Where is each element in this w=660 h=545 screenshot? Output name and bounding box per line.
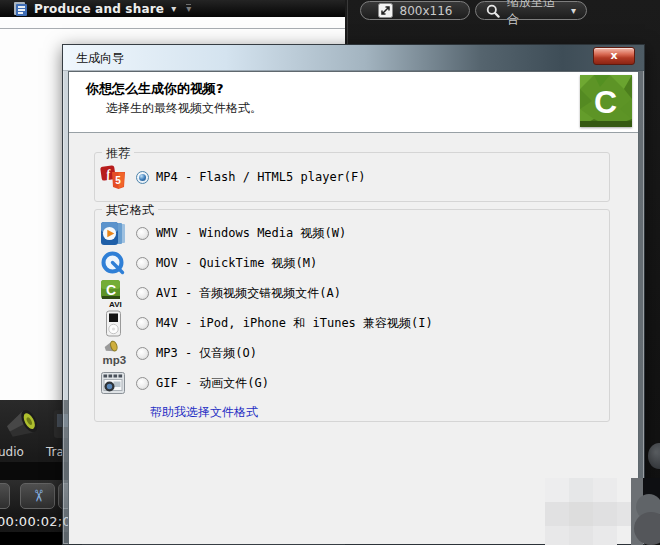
quicktime-icon [100, 250, 127, 277]
zoom-to-fit-label: 缩放至适合 [507, 0, 564, 28]
format-option-row: GIF - 动画文件(G) [95, 368, 609, 398]
produce-and-share-icon [12, 1, 28, 17]
format-radio[interactable] [136, 257, 149, 270]
format-radio[interactable] [136, 171, 149, 184]
dialog-heading: 你想怎么生成你的视频? [86, 80, 224, 98]
audio-speaker-icon[interactable] [2, 404, 48, 448]
close-x-icon: x [610, 49, 617, 62]
canvas-size-label: 800x116 [400, 4, 453, 18]
format-option-label[interactable]: MP3 - 仅音频(O) [156, 345, 257, 362]
svg-text:mp3: mp3 [103, 354, 127, 366]
zoom-dropdown-caret-icon[interactable]: ▾ [571, 5, 576, 16]
dialog-subheading: 选择生的最终视频文件格式。 [106, 100, 262, 117]
format-radio[interactable] [136, 377, 149, 390]
camtasia-logo-icon: C [580, 75, 632, 127]
dialog-client-area: 你想怎么生成你的视频? 选择生的最终视频文件格式。 C 推荐 f5MP4 - F… [68, 71, 639, 544]
produce-and-share-button[interactable]: Produce and share [34, 2, 164, 16]
format-radio[interactable] [136, 287, 149, 300]
format-option-row: f5MP4 - Flash / HTML5 player(F) [95, 162, 609, 192]
recommended-group-legend: 推荐 [102, 145, 134, 162]
panel-divider-line [0, 28, 345, 29]
gif-icon [100, 370, 127, 397]
avi-icon: CAVI [100, 280, 127, 307]
ipod-icon [100, 310, 127, 337]
windows-media-icon [100, 220, 127, 247]
canvas-size-button[interactable]: 800x116 [360, 1, 470, 20]
format-radio[interactable] [136, 347, 149, 360]
flash-html5-icon: f5 [100, 164, 127, 191]
close-button[interactable]: x [593, 47, 635, 65]
audio-tab-label[interactable]: udio [0, 445, 24, 459]
produce-dropdown-caret-icon[interactable]: ▾ [171, 3, 176, 14]
svg-text:5: 5 [115, 175, 121, 186]
camtasia-produce-screen: { "toolbar": { "produce_and_share_label"… [0, 0, 660, 545]
svg-text:C: C [106, 282, 116, 298]
zoom-to-fit-button[interactable]: 缩放至适合 ▾ [475, 1, 587, 20]
help-choose-format-link[interactable]: 帮助我选择文件格式 [150, 404, 258, 421]
recommended-group: 推荐 f5MP4 - Flash / HTML5 player(F) [94, 152, 610, 202]
scissors-icon: ✂ [26, 489, 50, 502]
dialog-title: 生成向导 [76, 45, 124, 71]
panel-divider [347, 0, 348, 44]
dialog-titlebar[interactable]: 生成向导 x [63, 45, 644, 71]
format-radio[interactable] [136, 227, 149, 240]
svg-text:AVI: AVI [109, 299, 122, 307]
format-option-row: WMV - Windows Media 视频(W) [95, 218, 609, 248]
magnifier-icon [486, 4, 500, 18]
format-radio[interactable] [136, 317, 149, 330]
cut-button[interactable]: ✂ [20, 483, 55, 509]
format-option-label[interactable]: MOV - QuickTime 视频(M) [156, 255, 317, 272]
format-option-row: M4V - iPod, iPhone 和 iTunes 兼容视频(I) [95, 308, 609, 338]
svg-text:C: C [594, 84, 617, 120]
toolbar-options-caret-icon[interactable]: ▾ [186, 4, 191, 13]
production-wizard-dialog: 生成向导 x 你想怎么生成你的视频? 选择生的最终视频文件格式。 C 推荐 [62, 44, 645, 545]
mp3-icon: mp3 [100, 340, 127, 367]
format-option-label[interactable]: WMV - Windows Media 视频(W) [156, 225, 346, 242]
other-formats-group-legend: 其它格式 [102, 202, 158, 219]
resize-icon [378, 3, 393, 18]
format-option-label[interactable]: AVI - 音频视频交错视频文件(A) [156, 285, 341, 302]
format-option-label[interactable]: GIF - 动画文件(G) [156, 375, 269, 392]
timeline-button-partial[interactable] [0, 483, 10, 509]
format-option-row: CAVIAVI - 音频视频交错视频文件(A) [95, 278, 609, 308]
other-formats-group: 其它格式 WMV - Windows Media 视频(W)MOV - Quic… [94, 209, 610, 422]
format-option-label[interactable]: M4V - iPod, iPhone 和 iTunes 兼容视频(I) [156, 315, 433, 332]
format-option-row: MOV - QuickTime 视频(M) [95, 248, 609, 278]
dialog-header: 你想怎么生成你的视频? 选择生的最终视频文件格式。 C [69, 72, 638, 133]
format-option-label[interactable]: MP4 - Flash / HTML5 player(F) [156, 170, 366, 184]
format-option-row: mp3MP3 - 仅音频(O) [95, 338, 609, 368]
produce-toolbar: Produce and share ▾ ▾ [0, 0, 345, 17]
